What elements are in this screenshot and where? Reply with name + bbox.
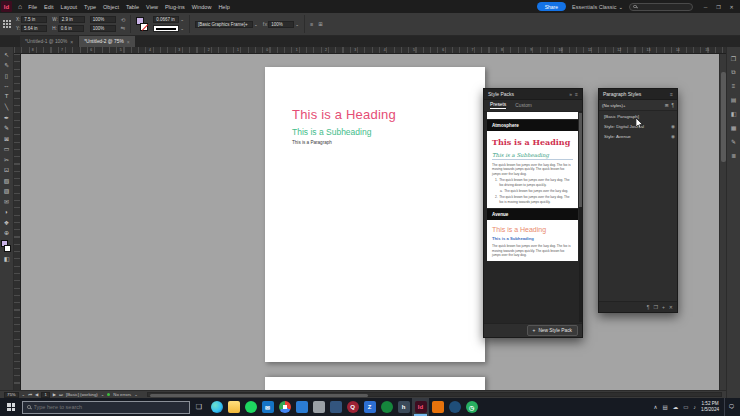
taskbar-app-indesign[interactable]: Id	[412, 398, 429, 416]
stroke-weight-field[interactable]: 0.0667 in	[153, 16, 179, 23]
type-tool[interactable]: T	[1, 91, 12, 101]
partial-card[interactable]	[487, 112, 578, 119]
reference-point-proxy[interactable]	[3, 20, 11, 28]
menu-item[interactable]: View	[146, 4, 158, 10]
horizontal-scrollbar[interactable]	[147, 392, 722, 397]
document-tab[interactable]: *Untitled-2 @ 75% ×	[79, 36, 134, 47]
zoom-level-field[interactable]: 75%	[4, 392, 19, 398]
collapse-panel-icon[interactable]: »	[569, 91, 572, 97]
panel-menu-icon[interactable]: ≡	[575, 91, 578, 97]
effects-panel-icon[interactable]: ≣	[731, 152, 736, 159]
panel-menu-icon[interactable]: ≡	[670, 91, 673, 97]
x-position-field[interactable]: 7.5 in	[21, 16, 47, 23]
taskbar-app-blue-circle[interactable]	[446, 398, 463, 416]
page-number-field[interactable]: 1	[41, 392, 49, 398]
document-tab[interactable]: *Untitled-1 @ 100% ×	[20, 36, 78, 47]
eyedropper-tool[interactable]: ◗	[1, 207, 12, 217]
pencil-tool[interactable]: ✎	[1, 123, 12, 133]
minimize-button[interactable]: ─	[699, 2, 712, 12]
swatches-panel-icon[interactable]: ▦	[731, 124, 737, 131]
menu-item[interactable]: Plug-ins	[165, 4, 185, 10]
panel-options-icon[interactable]: ≡	[310, 21, 313, 27]
chevron-down-icon[interactable]: ⌄	[22, 392, 26, 397]
style-group-icon[interactable]: ❐	[653, 304, 657, 310]
tab-custom[interactable]: Custom	[515, 103, 532, 108]
app-search-input[interactable]	[629, 3, 693, 11]
pack-preview-avenue[interactable]: This is a Heading This is a Subheading T…	[487, 220, 578, 261]
pilcrow-icon[interactable]: ¶	[672, 103, 674, 108]
chevron-down-icon[interactable]: ⌄	[254, 22, 258, 27]
stroke-swatch[interactable]	[140, 23, 148, 31]
share-button[interactable]: Share	[537, 2, 566, 11]
layers-panel-icon[interactable]: ⧉	[731, 69, 735, 76]
close-button[interactable]: ✕	[725, 2, 738, 12]
taskbar-app-spotify[interactable]	[242, 398, 259, 416]
restore-button[interactable]: ❐	[712, 2, 725, 12]
gradient-swatch-tool[interactable]: ▧	[1, 175, 12, 185]
next-page-button[interactable]: ▶	[53, 392, 56, 397]
preflight-profile[interactable]: [Basic] (working)	[66, 392, 98, 397]
style-override-icon[interactable]: ⊞	[665, 103, 669, 108]
taskbar-app-green[interactable]	[378, 398, 395, 416]
free-transform-tool[interactable]: ⊡	[1, 165, 12, 175]
onedrive-icon[interactable]: ☁	[673, 404, 679, 410]
grid-icon[interactable]: ⊞	[318, 21, 323, 27]
current-style-row[interactable]: (No styles)+ ⊞ ¶	[599, 100, 677, 111]
menu-item[interactable]: Window	[192, 4, 212, 10]
clear-overrides-icon[interactable]: ¶	[647, 304, 650, 310]
gradient-feather-tool[interactable]: ▨	[1, 186, 12, 196]
object-style-dropdown[interactable]: [Basic Graphics Frame]+	[195, 21, 253, 28]
taskbar-clock[interactable]: 1:52 PM 1/5/2024	[701, 401, 719, 412]
delete-style-icon[interactable]: ✕	[669, 304, 673, 310]
pages-panel-icon[interactable]: ❐	[731, 55, 736, 62]
taskbar-app-blue-doc[interactable]	[293, 398, 310, 416]
display-icon[interactable]: ▭	[683, 404, 688, 410]
taskbar-app-file-explorer[interactable]	[225, 398, 242, 416]
document-paragraph-text[interactable]: This is a Paragraph	[292, 140, 332, 145]
menu-item[interactable]: Layout	[61, 4, 78, 10]
action-center-button[interactable]: 🗨	[724, 398, 738, 416]
taskbar-app-edge[interactable]	[208, 398, 225, 416]
home-icon[interactable]: ⌂	[18, 3, 22, 10]
menu-item[interactable]: Help	[218, 4, 229, 10]
tray-icon-1[interactable]: ▤	[662, 404, 667, 410]
taskbar-app-navy[interactable]	[327, 398, 344, 416]
fill-stroke-swatches[interactable]	[136, 17, 148, 31]
stroke-panel-icon[interactable]: ▤	[731, 96, 737, 103]
horizontal-ruler[interactable]: 87654321012345678910111213141516	[14, 47, 726, 54]
taskbar-app-q[interactable]: Q	[344, 398, 361, 416]
cc-libraries-panel-icon[interactable]: ✎	[731, 138, 736, 145]
pack-label-atmosphere[interactable]: Atmosphere	[487, 120, 578, 131]
chevron-down-icon[interactable]: ⌄	[180, 26, 184, 31]
taskbar-app-h[interactable]: h	[395, 398, 412, 416]
flip-icon[interactable]: ⇋	[121, 25, 126, 31]
y-position-field[interactable]: 5.64 in	[21, 25, 47, 32]
note-tool[interactable]: ✉	[1, 196, 12, 206]
rotate-icon[interactable]: ⟲	[121, 17, 126, 23]
chevron-down-icon[interactable]: ⌄	[101, 392, 105, 397]
page-tool[interactable]: ▯	[1, 70, 12, 80]
effects-icon[interactable]: fx	[263, 21, 267, 27]
taskbar-app-clock[interactable]: ◷	[463, 398, 480, 416]
taskbar-search-input[interactable]	[34, 404, 186, 410]
opacity-field[interactable]: 100%	[268, 21, 294, 28]
vertical-scrollbar[interactable]	[719, 54, 726, 390]
rectangle-tool[interactable]: ▭	[1, 144, 12, 154]
stroke-type-dropdown[interactable]	[153, 25, 179, 32]
taskbar-app-chrome[interactable]	[276, 398, 293, 416]
document-heading-text[interactable]: This is a Heading	[292, 107, 396, 122]
rectangle-frame-tool[interactable]: ⊠	[1, 133, 12, 143]
gap-tool[interactable]: ⇔	[1, 81, 12, 91]
pack-preview-atmosphere[interactable]: This is a Heading This is a Subheading T…	[487, 131, 578, 208]
panel-scrollbar[interactable]	[579, 113, 582, 322]
style-pack-badge-icon[interactable]: ◉	[671, 124, 675, 129]
scale-x-field[interactable]: 100%	[90, 16, 116, 23]
taskbar-app-orange[interactable]	[429, 398, 446, 416]
hidden-icons-caret[interactable]: ∧	[653, 404, 657, 410]
menu-item[interactable]: Table	[126, 4, 139, 10]
zoom-tool[interactable]: ⊕	[1, 228, 12, 238]
volume-icon[interactable]: ♪	[693, 404, 696, 410]
paragraph-styles-header[interactable]: Paragraph Styles ≡	[599, 89, 677, 100]
selection-tool[interactable]: ↖	[1, 49, 12, 59]
page-1[interactable]: This is a Heading This is a Subheading T…	[265, 67, 485, 362]
